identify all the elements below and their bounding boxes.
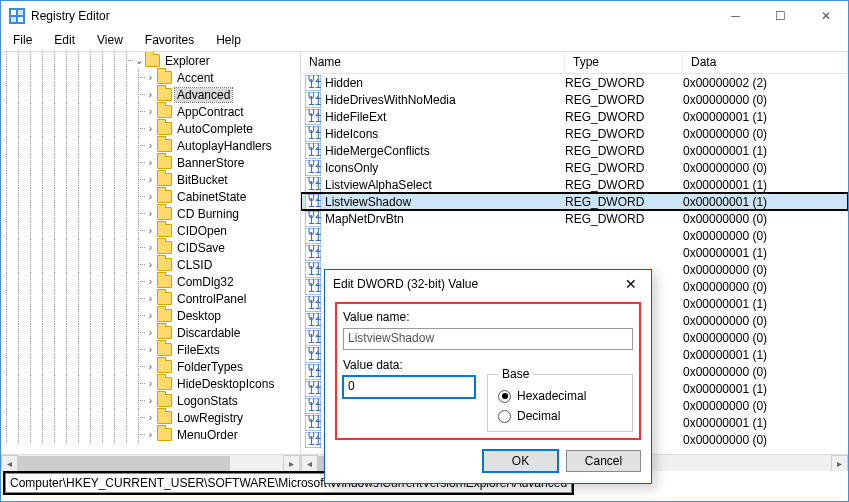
tree-item-label[interactable]: CD Burning — [175, 207, 241, 221]
tree-item[interactable]: ›MenuOrder — [1, 426, 300, 443]
tree-item[interactable]: ›Accent — [1, 69, 300, 86]
scroll-left-icon[interactable]: ◂ — [1, 455, 18, 472]
list-header[interactable]: Name Type Data — [301, 52, 848, 74]
tree-expand-icon[interactable]: › — [145, 327, 156, 338]
tree-item[interactable]: ›LowRegistry — [1, 409, 300, 426]
list-row[interactable]: HideMergeConflictsREG_DWORD0x00000001 (1… — [301, 142, 848, 159]
list-row[interactable]: HiddenREG_DWORD0x00000002 (2) — [301, 74, 848, 91]
tree-item-label[interactable]: FolderTypes — [175, 360, 245, 374]
tree-pane[interactable]: ⌄Explorer›Accent›Advanced›AppContract›Au… — [1, 52, 301, 471]
tree-item-label[interactable]: FileExts — [175, 343, 222, 357]
tree-item-label[interactable]: Discardable — [175, 326, 242, 340]
tree-item[interactable]: ›FileExts — [1, 341, 300, 358]
menu-edit[interactable]: Edit — [50, 31, 79, 51]
maximize-button[interactable]: ☐ — [758, 1, 803, 31]
radio-decimal[interactable]: Decimal — [498, 409, 622, 423]
tree-expand-icon[interactable]: › — [145, 378, 156, 389]
tree-item[interactable]: ›HideDesktopIcons — [1, 375, 300, 392]
tree-item-label[interactable]: AutoComplete — [175, 122, 255, 136]
column-data[interactable]: Data — [683, 52, 848, 73]
menu-favorites[interactable]: Favorites — [141, 31, 198, 51]
tree-item[interactable]: ›AutoComplete — [1, 120, 300, 137]
tree-item-label[interactable]: ComDlg32 — [175, 275, 236, 289]
list-row[interactable]: 0x00000001 (1) — [301, 244, 848, 261]
tree-expand-icon[interactable]: › — [145, 106, 156, 117]
tree-item-label[interactable]: CIDOpen — [175, 224, 229, 238]
tree-expand-icon[interactable]: › — [145, 72, 156, 83]
tree-item[interactable]: ›FolderTypes — [1, 358, 300, 375]
tree-item[interactable]: ›LogonStats — [1, 392, 300, 409]
scroll-right-icon[interactable]: ▸ — [283, 455, 300, 472]
tree-item-label[interactable]: CIDSave — [175, 241, 227, 255]
value-name-field[interactable]: ListviewShadow — [343, 328, 633, 350]
tree-expand-icon[interactable]: › — [145, 123, 156, 134]
tree-expand-icon[interactable]: › — [145, 225, 156, 236]
list-row[interactable]: ListviewAlphaSelectREG_DWORD0x00000001 (… — [301, 176, 848, 193]
tree-item-label[interactable]: CabinetState — [175, 190, 248, 204]
tree-expand-icon[interactable]: › — [145, 276, 156, 287]
radio-hex-icon[interactable] — [498, 390, 511, 403]
tree-expand-icon[interactable]: › — [145, 242, 156, 253]
tree-item-label[interactable]: ControlPanel — [175, 292, 248, 306]
tree-expand-icon[interactable]: › — [145, 89, 156, 100]
tree-item[interactable]: ›AppContract — [1, 103, 300, 120]
tree-expand-icon[interactable]: › — [145, 361, 156, 372]
value-data-field[interactable]: 0 — [343, 376, 475, 398]
tree-item[interactable]: ›CLSID — [1, 256, 300, 273]
dialog-close-button[interactable]: ✕ — [611, 276, 651, 292]
scroll-left-icon[interactable]: ◂ — [301, 455, 318, 472]
tree-item-label[interactable]: AppContract — [175, 105, 246, 119]
tree-item-label[interactable]: Accent — [175, 71, 216, 85]
tree-item[interactable]: ›CabinetState — [1, 188, 300, 205]
tree-item[interactable]: ›ComDlg32 — [1, 273, 300, 290]
tree-expand-icon[interactable]: › — [145, 174, 156, 185]
tree-expand-icon[interactable]: › — [145, 429, 156, 440]
tree-horizontal-scrollbar[interactable]: ◂ ▸ — [1, 454, 300, 471]
tree-expand-icon[interactable]: › — [145, 140, 156, 151]
tree-collapse-icon[interactable]: ⌄ — [133, 55, 144, 66]
ok-button[interactable]: OK — [483, 450, 558, 472]
close-button[interactable]: ✕ — [803, 1, 848, 31]
tree-expand-icon[interactable]: › — [145, 293, 156, 304]
tree-expand-icon[interactable]: › — [145, 344, 156, 355]
tree-item-label[interactable]: HideDesktopIcons — [175, 377, 276, 391]
tree-expand-icon[interactable]: › — [145, 310, 156, 321]
tree-expand-icon[interactable]: › — [145, 157, 156, 168]
list-row[interactable]: HideIconsREG_DWORD0x00000000 (0) — [301, 125, 848, 142]
tree-item-label[interactable]: AutoplayHandlers — [175, 139, 274, 153]
column-name[interactable]: Name — [301, 52, 565, 73]
list-row[interactable]: MapNetDrvBtnREG_DWORD0x00000000 (0) — [301, 210, 848, 227]
tree-item-explorer[interactable]: Explorer — [163, 54, 212, 68]
tree-item[interactable]: ›CIDSave — [1, 239, 300, 256]
tree-expand-icon[interactable]: › — [145, 395, 156, 406]
tree-item[interactable]: ›AutoplayHandlers — [1, 137, 300, 154]
tree-item-label[interactable]: MenuOrder — [175, 428, 240, 442]
list-row[interactable]: HideDrivesWithNoMediaREG_DWORD0x00000000… — [301, 91, 848, 108]
tree-item-label[interactable]: Advanced — [175, 88, 232, 102]
menu-help[interactable]: Help — [212, 31, 245, 51]
list-row[interactable]: ListviewShadowREG_DWORD0x00000001 (1) — [301, 193, 848, 210]
radio-dec-icon[interactable] — [498, 410, 511, 423]
tree-item-label[interactable]: CLSID — [175, 258, 214, 272]
tree-item[interactable]: ›Discardable — [1, 324, 300, 341]
tree-item-label[interactable]: Desktop — [175, 309, 223, 323]
scroll-right-icon[interactable]: ▸ — [831, 455, 848, 472]
radio-hexadecimal[interactable]: Hexadecimal — [498, 389, 622, 403]
column-type[interactable]: Type — [565, 52, 683, 73]
tree-expand-icon[interactable]: › — [145, 412, 156, 423]
tree-item[interactable]: ›CD Burning — [1, 205, 300, 222]
tree-expand-icon[interactable]: › — [145, 259, 156, 270]
tree-item[interactable]: ›BitBucket — [1, 171, 300, 188]
tree-expand-icon[interactable]: › — [145, 191, 156, 202]
tree-item-label[interactable]: LowRegistry — [175, 411, 245, 425]
tree-item[interactable]: ›BannerStore — [1, 154, 300, 171]
menu-file[interactable]: File — [9, 31, 36, 51]
tree-item[interactable]: ›CIDOpen — [1, 222, 300, 239]
tree-item[interactable]: ›Advanced — [1, 86, 300, 103]
list-row[interactable]: HideFileExtREG_DWORD0x00000001 (1) — [301, 108, 848, 125]
tree-item[interactable]: ›Desktop — [1, 307, 300, 324]
tree-item-label[interactable]: BitBucket — [175, 173, 230, 187]
tree-item[interactable]: ›ControlPanel — [1, 290, 300, 307]
cancel-button[interactable]: Cancel — [566, 450, 641, 472]
tree-expand-icon[interactable]: › — [145, 208, 156, 219]
